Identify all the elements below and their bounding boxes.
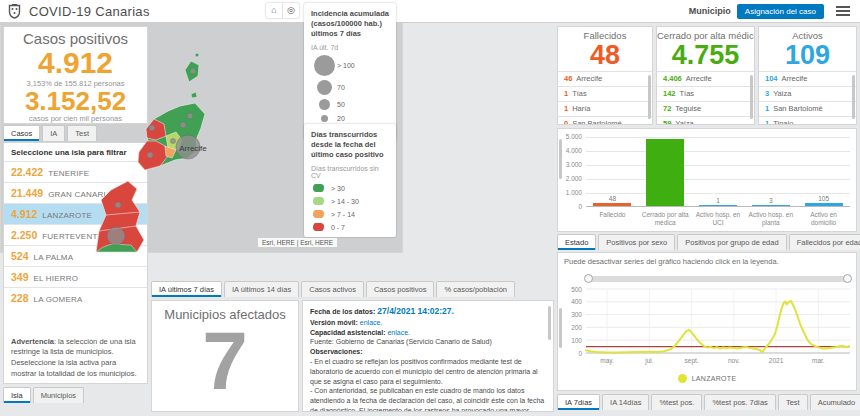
list-item[interactable]: 142Tías xyxy=(657,86,754,101)
active-value: 109 xyxy=(759,41,856,71)
slider-handle-left[interactable] xyxy=(584,274,593,283)
bar-activo-en-domicilio xyxy=(805,203,843,206)
bar-activo-hosp-en-uci xyxy=(699,205,737,206)
chart-legend[interactable]: LANZAROTE xyxy=(558,374,856,383)
assign-case-button[interactable]: Asignación del caso xyxy=(737,4,824,19)
closed-cases-panel: Cerrado por alta médica 4.755 4.406Arrec… xyxy=(656,26,755,125)
days-legend-swatch xyxy=(312,210,324,218)
line-panel-scrollbar[interactable] xyxy=(559,308,562,348)
svg-text:200: 200 xyxy=(571,324,582,331)
map-tab-bar: IA últimos 7 díasIA últimos 14 díasCasos… xyxy=(151,281,515,297)
size-legend-circle xyxy=(319,99,330,110)
tab-ia-ltimos-7-d-as[interactable]: IA últimos 7 días xyxy=(151,281,222,297)
observation-item: - Con anterioridad, se publicaban en est… xyxy=(310,386,545,412)
list-item[interactable]: 59Yaiza xyxy=(657,116,754,125)
list-item[interactable]: 1Haría xyxy=(558,101,652,116)
island-row-la-gomera[interactable]: 228LA GOMERA xyxy=(4,287,147,308)
status-tab-bar: EstadoPositivos por sexoPositivos por gr… xyxy=(557,234,860,250)
deaths-panel: Fallecidos 48 46Arrecife1Tías1Haría0San … xyxy=(557,26,653,125)
bar-category-label: Fallecido xyxy=(586,211,639,219)
affected-municipalities-panel: Municipios afectados 7 xyxy=(151,300,299,412)
closed-value: 4.755 xyxy=(657,41,754,71)
island-municipio-tab-bar: IslaMunicipios xyxy=(3,387,84,403)
slider-handle-right[interactable] xyxy=(843,274,852,283)
tab-test[interactable]: Test xyxy=(778,394,808,410)
svg-text:jul.: jul. xyxy=(644,357,654,365)
active-list: 104Arrecife3Yaiza1San Bartolomé1Tinajo xyxy=(759,71,856,125)
list-item[interactable]: 46Arrecife xyxy=(558,71,652,86)
tab-ia-ltimos-14-d-as[interactable]: IA últimos 14 días xyxy=(224,281,299,297)
closed-list: 4.406Arrecife142Tías72Teguise59Yaiza xyxy=(657,71,754,125)
bar-panel-scrollbar[interactable] xyxy=(559,139,562,179)
tab-casos-activos[interactable]: Casos activos xyxy=(301,281,364,297)
deaths-list: 46Arrecife1Tías1Haría0San Bartolomé xyxy=(558,71,652,125)
warning-text: Advertencia: la selección de una isla re… xyxy=(4,337,147,381)
series-tab-bar: IA 7díasIA 14días%test pos.%test pos. 7d… xyxy=(557,393,860,410)
series-line-chart-panel: Puede desactivar series del gráfico haci… xyxy=(557,252,857,391)
source-text: Fuente: Gobierno de Canarias (Servicio C… xyxy=(310,337,545,347)
list-item[interactable]: 0San Bartolomé xyxy=(558,116,652,125)
days-legend-swatch xyxy=(312,197,324,205)
tab-estado[interactable]: Estado xyxy=(557,234,596,250)
bar-category-label: Activo en domicilio xyxy=(797,211,850,227)
tab-test-pos[interactable]: %test pos. xyxy=(651,394,702,410)
time-range-slider xyxy=(586,275,850,283)
list-item[interactable]: 3Yaiza xyxy=(759,86,856,101)
tab-positivos-por-sexo[interactable]: Positivos por sexo xyxy=(598,234,675,250)
data-info-panel: Fecha de los datos: 27/4/2021 14:02:27. … xyxy=(302,300,554,412)
lanzarote-legend-label: LANZAROTE xyxy=(692,375,737,382)
svg-text:mar.: mar. xyxy=(812,357,825,364)
tab-fallecidos-por-edad-y-sexo[interactable]: Fallecidos por edad y sexo xyxy=(789,234,860,250)
list-item[interactable]: 1San Bartolomé xyxy=(759,101,856,116)
tab-positivos-por-grupo-de-edad[interactable]: Positivos por grupo de edad xyxy=(677,234,786,250)
capacity-link[interactable]: enlace. xyxy=(387,329,410,336)
observations-list: - En el cuadro se reflejan los positivos… xyxy=(310,357,545,412)
bar-category-label: Activo hosp. en UCI xyxy=(692,211,745,227)
size-legend-circle xyxy=(317,80,332,95)
bar-category-label: Activo hosp. en planta xyxy=(744,211,797,227)
size-legend-subtitle: IA últ. 7d xyxy=(311,44,389,51)
arrecife-label: Arrecife xyxy=(179,144,207,153)
map-toolbar: ⌂ ◎ xyxy=(266,3,299,18)
list-item[interactable]: 4.406Arrecife xyxy=(657,71,754,86)
mobile-version-link[interactable]: enlace. xyxy=(360,319,383,326)
tab-isla[interactable]: Isla xyxy=(3,387,31,403)
info-scrollbar[interactable] xyxy=(548,306,551,340)
days-legend-swatch xyxy=(312,223,324,231)
municipio-label: Municipio xyxy=(689,6,731,16)
list-item[interactable]: 104Arrecife xyxy=(759,71,856,86)
list-item[interactable]: 1Tinajo xyxy=(759,116,856,125)
closed-scrollbar[interactable] xyxy=(750,75,753,119)
observations-label: Observaciones: xyxy=(310,348,363,355)
list-item[interactable]: 72Teguise xyxy=(657,101,754,116)
tab-test-pos-7d-as[interactable]: %test pos. 7días xyxy=(704,394,775,410)
dashboard: COVID-19 Canarias Municipio Asignación d… xyxy=(0,0,860,416)
deaths-scrollbar[interactable] xyxy=(648,75,651,119)
tab-casos-positivos[interactable]: Casos positivos xyxy=(366,281,435,297)
tab-ia-7d-as[interactable]: IA 7días xyxy=(557,394,600,410)
bar-category-label: Cerrado por alta médica xyxy=(639,211,692,227)
tab-acumulado[interactable]: Acumulado xyxy=(810,394,860,410)
list-item[interactable]: 1Tías xyxy=(558,86,652,101)
svg-text:sept.: sept. xyxy=(685,357,699,365)
tab-municipios[interactable]: Municipios xyxy=(33,387,84,403)
active-scrollbar[interactable] xyxy=(852,75,855,119)
svg-text:300: 300 xyxy=(571,311,582,318)
island-row-el-hierro[interactable]: 349EL HIERRO xyxy=(4,266,147,287)
tab-casos-poblaci-n[interactable]: % casos/población xyxy=(436,281,515,297)
menu-icon[interactable] xyxy=(836,4,850,18)
data-date: 27/4/2021 14:02:27. xyxy=(377,306,454,316)
home-icon[interactable]: ⌂ xyxy=(266,3,283,18)
slider-track[interactable] xyxy=(586,276,850,282)
locate-icon[interactable]: ◎ xyxy=(283,3,299,18)
svg-text:0: 0 xyxy=(578,350,582,357)
days-legend-swatch xyxy=(312,184,324,192)
active-cases-panel: Activos 109 104Arrecife3Yaiza1San Bartol… xyxy=(758,26,857,125)
bar-activo-hosp-en-planta xyxy=(752,205,790,206)
days-legend-title: Días transcurridos desde la fecha del úl… xyxy=(311,130,389,160)
svg-text:may.: may. xyxy=(600,357,614,365)
svg-text:100: 100 xyxy=(571,337,582,344)
tab-ia-14d-as[interactable]: IA 14días xyxy=(602,394,649,410)
ia-line-chart: 0100200300400500may.jul.sept.nov.2021mar… xyxy=(558,285,858,373)
map-panel[interactable]: Arrecife ⌂ ◎ Incidencia acumulada (casos… xyxy=(0,0,403,253)
